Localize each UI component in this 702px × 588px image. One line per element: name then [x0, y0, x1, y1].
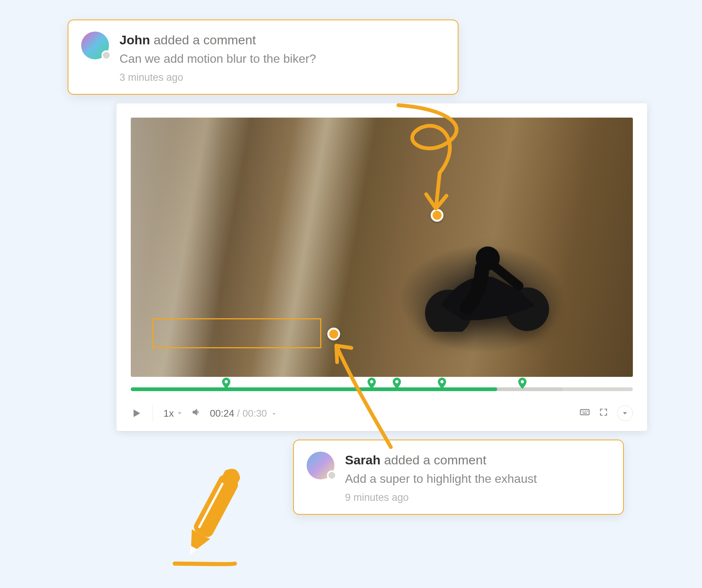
svg-rect-9: [582, 411, 582, 412]
svg-rect-10: [584, 411, 584, 412]
comment-text: Can we add motion blur to the biker?: [120, 52, 316, 66]
annotation-rectangle[interactable]: [152, 318, 321, 348]
comment-header: Sarah added a comment: [345, 452, 537, 468]
video-review-card: 1x 00:24 / 00:30: [116, 103, 647, 431]
video-frame[interactable]: [131, 118, 633, 377]
comment-header: John added a comment: [120, 32, 316, 48]
keyboard-shortcuts-button[interactable]: [579, 407, 590, 420]
timeline-comment-pin[interactable]: [392, 378, 401, 389]
timeline-comment-pin[interactable]: [367, 378, 376, 389]
comment-action: added a comment: [154, 33, 256, 47]
chevron-down-icon: [622, 410, 628, 417]
annotation-marker-bottom[interactable]: [327, 328, 340, 340]
comment-timestamp: 3 minutes ago: [120, 72, 316, 83]
video-timeline[interactable]: [131, 387, 633, 391]
svg-point-6: [440, 380, 443, 383]
volume-button[interactable]: [191, 407, 201, 420]
timeline-comment-pin[interactable]: [437, 378, 446, 389]
svg-rect-12: [587, 411, 588, 412]
current-time: 00:24: [210, 408, 234, 419]
comment-card-john[interactable]: John added a comment Can we add motion b…: [68, 20, 458, 95]
avatar: [81, 32, 109, 59]
svg-point-1: [505, 287, 549, 331]
status-indicator: [327, 470, 337, 480]
playback-speed-label: 1x: [163, 408, 174, 419]
svg-rect-14: [192, 473, 240, 539]
more-options-button[interactable]: [617, 405, 633, 421]
video-content-illustration: [407, 227, 557, 332]
svg-point-4: [370, 380, 373, 383]
svg-point-2: [476, 246, 500, 271]
svg-point-3: [225, 380, 228, 383]
chevron-down-icon: [177, 410, 183, 416]
comment-author: John: [120, 33, 150, 47]
svg-line-15: [200, 484, 222, 527]
svg-point-7: [521, 380, 524, 383]
playback-speed-dropdown[interactable]: 1x: [163, 408, 183, 419]
timeline-comment-pin[interactable]: [518, 378, 527, 389]
svg-point-0: [425, 290, 472, 332]
timecode[interactable]: 00:24 / 00:30: [210, 408, 276, 419]
chevron-down-icon: [271, 411, 277, 417]
comment-timestamp: 9 minutes ago: [345, 492, 537, 503]
status-indicator: [101, 50, 111, 60]
comment-author: Sarah: [345, 453, 381, 467]
time-separator: /: [237, 408, 242, 419]
svg-point-5: [395, 380, 398, 383]
comment-text: Add a super to highlight the exhaust: [345, 472, 537, 486]
svg-rect-13: [582, 413, 587, 413]
duration: 00:30: [242, 408, 267, 419]
play-button[interactable]: [131, 408, 142, 419]
annotation-marker-top[interactable]: [431, 209, 443, 222]
svg-rect-8: [580, 410, 589, 415]
avatar: [307, 452, 334, 479]
comment-action: added a comment: [384, 453, 486, 467]
divider: [153, 405, 153, 422]
timeline-comment-pin[interactable]: [222, 378, 231, 389]
player-controls: 1x 00:24 / 00:30: [131, 405, 633, 422]
scribble-pencil-icon: [165, 451, 263, 571]
fullscreen-button[interactable]: [598, 407, 609, 420]
comment-card-sarah[interactable]: Sarah added a comment Add a super to hig…: [293, 440, 624, 515]
svg-rect-11: [585, 411, 586, 412]
